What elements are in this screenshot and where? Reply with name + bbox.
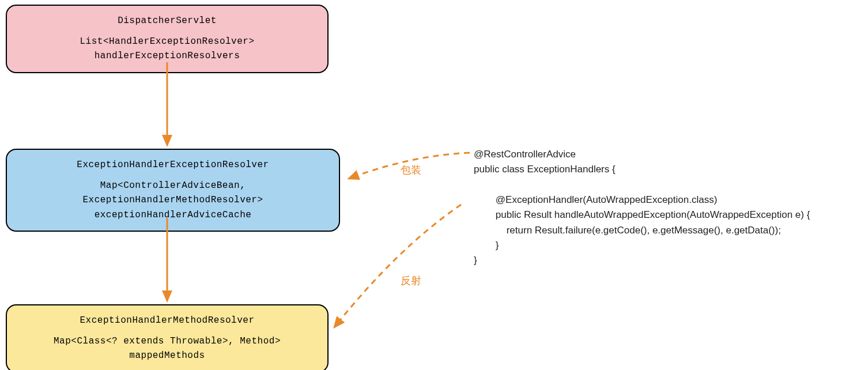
node-title: DispatcherServlet	[17, 14, 317, 29]
node-exception-handler-method-resolver: ExceptionHandlerMethodResolver Map<Class…	[6, 304, 329, 370]
arrow-dashed-reflect	[334, 205, 461, 327]
node-field: List<HandlerExceptionResolver> handlerEx…	[17, 35, 317, 64]
node-exception-handler-exception-resolver: ExceptionHandlerExceptionResolver Map<Co…	[6, 149, 340, 232]
code-snippet: @RestControllerAdvice public class Excep…	[474, 147, 810, 269]
node-dispatcher-servlet: DispatcherServlet List<HandlerExceptionR…	[6, 5, 329, 73]
node-field: Map<ControllerAdviceBean, ExceptionHandl…	[17, 179, 329, 223]
label-reflect: 反射	[401, 274, 421, 288]
label-wrap: 包装	[401, 163, 421, 177]
node-title: ExceptionHandlerMethodResolver	[17, 314, 317, 329]
node-field: Map<Class<? extends Throwable>, Method> …	[17, 334, 317, 364]
node-title: ExceptionHandlerExceptionResolver	[17, 158, 329, 173]
